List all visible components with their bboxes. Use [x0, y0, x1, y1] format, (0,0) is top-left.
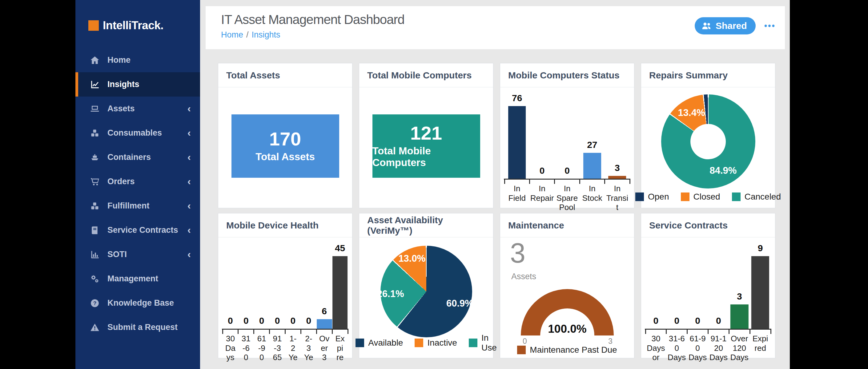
bar-slot: 031-60 — [238, 252, 254, 329]
dashboard-grid: Total Assets 170Total Assets Total Mobil… — [218, 63, 775, 358]
brand-name: IntelliTrack. — [103, 19, 163, 32]
shared-label: Shared — [716, 21, 747, 31]
gauge-value: 3 — [510, 239, 525, 267]
sidebar-item-orders[interactable]: Orders‹ — [75, 169, 200, 194]
chart-legend: OpenClosedCanceled — [641, 192, 775, 202]
bar-value-label: 0 — [646, 315, 666, 326]
logo-mark-icon — [88, 20, 99, 31]
chevron-left-icon: ‹ — [187, 225, 191, 235]
bar-value-label: 0 — [555, 165, 580, 176]
logo[interactable]: IntelliTrack. — [75, 0, 200, 32]
bar-value-label: 9 — [750, 243, 771, 254]
sidebar-nav: HomeInsightsAssets‹Consumables‹Container… — [75, 48, 200, 339]
bar-value-label: 0 — [708, 315, 729, 326]
stat-tile: 170Total Assets — [231, 114, 339, 178]
bar-slot: 6Over3 — [316, 252, 332, 329]
bar-over-120-days[interactable] — [731, 304, 748, 329]
legend-item-closed[interactable]: Closed — [681, 192, 720, 202]
legend-label: Maintenance Past Due — [530, 345, 617, 355]
sidebar-item-containers[interactable]: Containers‹ — [75, 145, 200, 169]
bar-value-label: 0 — [285, 315, 301, 326]
breadcrumb-home-link[interactable]: Home — [221, 30, 243, 39]
gauge-chart[interactable]: 100.0% — [521, 289, 614, 335]
sidebar-item-soti[interactable]: SOTI‹ — [75, 242, 200, 267]
axis-tick — [529, 179, 530, 184]
sidebar-item-label: Management — [107, 274, 158, 283]
bar-slot: 0InRepair — [529, 102, 554, 179]
stat-label: Total Mobile Computers — [372, 145, 480, 169]
legend-item-inactive[interactable]: Inactive — [414, 333, 457, 353]
shared-button[interactable]: Shared — [695, 17, 756, 34]
sidebar-item-submit-a-request[interactable]: Submit a Request — [75, 315, 200, 339]
axis-tick — [645, 329, 646, 334]
legend-item-canceled[interactable]: Canceled — [732, 192, 781, 202]
card-title: Mobile Device Health — [226, 220, 318, 231]
sidebar-item-label: Assets — [107, 104, 135, 113]
bar-over-3[interactable] — [317, 319, 332, 329]
bar-slot: 091-365 — [270, 252, 285, 329]
bar-value-label: 0 — [238, 315, 254, 326]
card-repairs-summary: Repairs Summary 84.9%13.4%OpenClosedCanc… — [641, 63, 775, 208]
axis-tick — [238, 329, 239, 334]
bar-value-label: 0 — [529, 165, 554, 176]
bar-value-label: 0 — [666, 315, 687, 326]
donut-chart[interactable]: 84.9%13.4% — [661, 94, 755, 189]
sidebar-item-knowledge-base[interactable]: ?Knowledge Base — [75, 291, 200, 315]
stat-label: Total Assets — [255, 151, 315, 163]
axis-tick — [728, 329, 730, 334]
sidebar-item-service-contracts[interactable]: Service Contracts‹ — [75, 218, 200, 242]
sidebar-item-fulfillment[interactable]: Fulfillment‹ — [75, 194, 200, 218]
bar-slot: 031-60Days — [666, 252, 687, 329]
chart-line-icon — [88, 80, 101, 90]
axis-tick — [301, 329, 301, 334]
sidebar-item-assets[interactable]: Assets‹ — [75, 97, 200, 121]
topbar-actions: Shared ••• — [695, 17, 776, 34]
gauge-unit-label: Assets — [511, 272, 536, 281]
sidebar-item-home[interactable]: Home — [75, 48, 200, 72]
card-service-contracts: Service Contracts 030Daysor031-60Days061… — [641, 213, 775, 358]
axis-tick — [687, 329, 688, 334]
legend-item-in-use[interactable]: In Use — [469, 333, 497, 353]
users-icon — [701, 20, 712, 31]
sidebar-item-consumables[interactable]: Consumables‹ — [75, 121, 200, 145]
legend-item-maintenance-past-due[interactable]: Maintenance Past Due — [517, 345, 617, 355]
donut-hole — [690, 124, 726, 159]
x-tick-label: Expire — [331, 334, 349, 362]
bar-value-label: 0 — [222, 315, 238, 326]
bar-plot: 030Daysor031-60Days061-90Days091-120Days… — [646, 252, 771, 329]
axis-tick — [579, 179, 580, 184]
gauge-min-label: 0 — [519, 337, 531, 346]
sidebar-item-insights[interactable]: Insights — [75, 72, 200, 97]
axis-tick — [332, 329, 333, 334]
sidebar-item-label: Consumables — [107, 128, 162, 138]
slice-pct-label: 60.9% — [446, 298, 473, 309]
bar-expire[interactable] — [333, 256, 348, 329]
more-menu-icon[interactable]: ••• — [764, 21, 776, 31]
axis-tick — [666, 329, 667, 334]
pie-chart[interactable]: 60.9%26.1%13.0% — [380, 246, 472, 337]
card-maintenance: Maintenance 3Assets100.0%03Maintenance P… — [500, 213, 634, 358]
chevron-left-icon: ‹ — [187, 176, 191, 186]
chart-legend: AvailableInactiveIn Use — [359, 333, 493, 353]
axis-tick — [222, 329, 223, 334]
legend-swatch — [414, 339, 423, 347]
sidebar-item-management[interactable]: Management — [75, 267, 200, 291]
legend-swatch — [635, 193, 644, 201]
stat-tile: 121Total Mobile Computers — [372, 114, 480, 178]
bar-in-stock[interactable] — [583, 153, 601, 179]
chart-legend: Maintenance Past Due — [500, 345, 634, 355]
bar-slot: 01-2Ye — [285, 252, 301, 329]
bar-slot: 76InField — [504, 102, 529, 179]
card-title: Repairs Summary — [649, 70, 727, 80]
bar-in-field[interactable] — [508, 106, 526, 179]
legend-item-available[interactable]: Available — [355, 333, 403, 353]
legend-item-open[interactable]: Open — [635, 192, 669, 202]
bar-slot: 27InStock — [580, 102, 604, 179]
x-tick-label: Expired — [748, 334, 773, 353]
breadcrumb-insights-link[interactable]: Insights — [252, 30, 280, 39]
card-title: Mobile Computers Status — [508, 70, 620, 80]
card-asset-availability: Asset Availability (VeriMy™) 60.9%26.1%1… — [359, 213, 493, 358]
bar-in-transit[interactable] — [608, 176, 626, 179]
bar-expired[interactable] — [751, 256, 769, 329]
bar-slot: 061-90Days — [687, 252, 708, 329]
